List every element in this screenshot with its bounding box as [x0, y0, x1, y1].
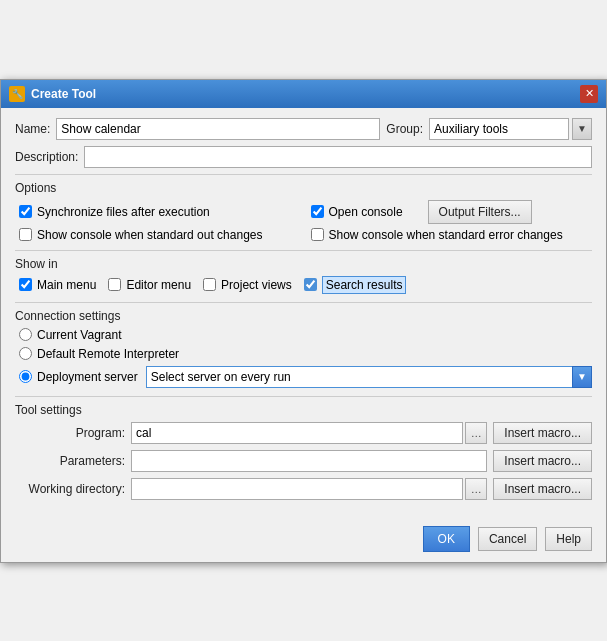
connection-title: Connection settings	[15, 309, 592, 323]
dialog-footer: OK Cancel Help	[1, 518, 606, 562]
parameters-insert-macro-button[interactable]: Insert macro...	[493, 450, 592, 472]
open-console-checkbox[interactable]	[311, 205, 324, 218]
cancel-button[interactable]: Cancel	[478, 527, 537, 551]
deployment-server-label: Deployment server	[37, 370, 138, 384]
close-button[interactable]: ✕	[580, 85, 598, 103]
parameters-input[interactable]	[131, 450, 487, 472]
group-label: Group:	[386, 122, 423, 136]
program-row: Program: … Insert macro...	[15, 422, 592, 444]
default-remote-radio[interactable]	[19, 347, 32, 360]
default-remote-row: Default Remote Interpreter	[19, 347, 592, 361]
title-bar: 🔧 Create Tool ✕	[1, 80, 606, 108]
editor-menu-checkbox[interactable]	[108, 278, 121, 291]
show-in-options: Main menu Editor menu Project views Sear…	[15, 276, 592, 294]
create-tool-dialog: 🔧 Create Tool ✕ Name: Group: ▼ Descripti…	[0, 79, 607, 563]
description-row: Description:	[15, 146, 592, 168]
options-grid: Synchronize files after execution Open c…	[15, 200, 592, 242]
tool-settings-section: Tool settings Program: … Insert macro...…	[15, 403, 592, 500]
description-input[interactable]	[84, 146, 592, 168]
name-input[interactable]	[56, 118, 380, 140]
tool-settings-title: Tool settings	[15, 403, 592, 417]
sync-files-label: Synchronize files after execution	[37, 205, 210, 219]
program-browse-button[interactable]: …	[465, 422, 487, 444]
parameters-row: Parameters: Insert macro...	[15, 450, 592, 472]
project-views-label: Project views	[221, 278, 292, 292]
editor-menu-label: Editor menu	[126, 278, 191, 292]
options-title: Options	[15, 181, 592, 195]
main-menu-label: Main menu	[37, 278, 96, 292]
open-console-row: Open console Output Filters...	[311, 200, 593, 224]
main-menu-checkbox[interactable]	[19, 278, 32, 291]
project-views-row: Project views	[203, 278, 292, 292]
parameters-label: Parameters:	[15, 454, 125, 468]
deployment-select[interactable]	[146, 366, 573, 388]
deployment-server-row: Deployment server ▼	[19, 366, 592, 388]
show-console-stdout-label: Show console when standard out changes	[37, 228, 263, 242]
connection-section: Connection settings Current Vagrant Defa…	[15, 309, 592, 388]
dialog-title: Create Tool	[31, 87, 96, 101]
default-remote-label: Default Remote Interpreter	[37, 347, 179, 361]
ok-button[interactable]: OK	[423, 526, 470, 552]
working-dir-insert-macro-button[interactable]: Insert macro...	[493, 478, 592, 500]
dialog-body: Name: Group: ▼ Description: Options	[1, 108, 606, 518]
working-dir-browse-button[interactable]: …	[465, 478, 487, 500]
options-section: Options Synchronize files after executio…	[15, 181, 592, 242]
show-console-stderr-checkbox[interactable]	[311, 228, 324, 241]
description-label: Description:	[15, 150, 78, 164]
working-dir-label: Working directory:	[15, 482, 125, 496]
deployment-dropdown-button[interactable]: ▼	[572, 366, 592, 388]
show-in-section: Show in Main menu Editor menu Project vi…	[15, 257, 592, 294]
deployment-server-radio[interactable]	[19, 370, 32, 383]
search-results-label: Search results	[322, 276, 407, 294]
show-console-stdout-checkbox[interactable]	[19, 228, 32, 241]
show-console-stderr-row: Show console when standard error changes	[311, 228, 593, 242]
program-input[interactable]	[131, 422, 463, 444]
deployment-select-wrapper: ▼	[146, 366, 592, 388]
current-vagrant-label: Current Vagrant	[37, 328, 122, 342]
show-console-stdout-row: Show console when standard out changes	[19, 228, 301, 242]
search-results-checkbox[interactable]	[304, 278, 317, 291]
show-in-title: Show in	[15, 257, 592, 271]
working-dir-input[interactable]	[131, 478, 463, 500]
show-console-stderr-label: Show console when standard error changes	[329, 228, 563, 242]
connection-options: Current Vagrant Default Remote Interpret…	[15, 328, 592, 388]
group-select-wrapper: ▼	[429, 118, 592, 140]
current-vagrant-radio[interactable]	[19, 328, 32, 341]
editor-menu-row: Editor menu	[108, 278, 191, 292]
program-insert-macro-button[interactable]: Insert macro...	[493, 422, 592, 444]
name-row: Name: Group: ▼	[15, 118, 592, 140]
program-label: Program:	[15, 426, 125, 440]
help-button[interactable]: Help	[545, 527, 592, 551]
search-results-row: Search results	[304, 276, 407, 294]
group-dropdown-button[interactable]: ▼	[572, 118, 592, 140]
open-console-label: Open console	[329, 205, 403, 219]
current-vagrant-row: Current Vagrant	[19, 328, 592, 342]
working-dir-row: Working directory: … Insert macro...	[15, 478, 592, 500]
main-menu-row: Main menu	[19, 278, 96, 292]
output-filters-button[interactable]: Output Filters...	[428, 200, 532, 224]
dialog-icon: 🔧	[9, 86, 25, 102]
sync-files-checkbox[interactable]	[19, 205, 32, 218]
group-input[interactable]	[429, 118, 569, 140]
sync-files-row: Synchronize files after execution	[19, 200, 301, 224]
name-label: Name:	[15, 122, 50, 136]
project-views-checkbox[interactable]	[203, 278, 216, 291]
